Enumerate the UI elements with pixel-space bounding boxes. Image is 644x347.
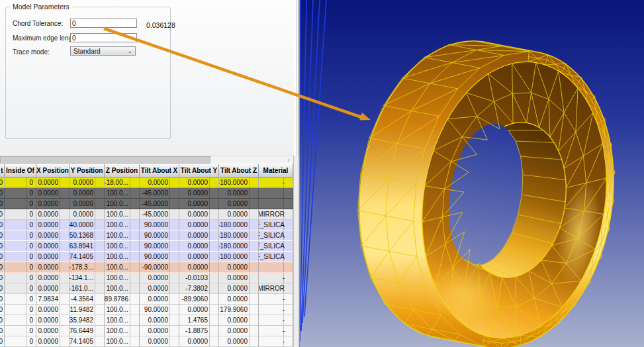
table-cell[interactable]: -11.9482	[69, 305, 105, 315]
table-cell[interactable]: 0.0000	[69, 199, 105, 209]
table-cell[interactable]: 0.0000	[219, 315, 259, 326]
table-cell[interactable]: -178.3...	[69, 262, 105, 273]
scroll-right-arrow-icon[interactable]: ›	[285, 156, 293, 164]
max-edge-length-input[interactable]	[70, 33, 137, 42]
table-cell[interactable]: 0.0000	[36, 326, 69, 336]
table-cell[interactable]: 100.0...	[105, 230, 140, 241]
table-cell[interactable]: 0.0000	[140, 326, 179, 336]
table-cell[interactable]: 0.0000	[140, 315, 179, 326]
table-cell[interactable]: 179.9060	[219, 305, 259, 315]
table-cell[interactable]: 0.0000	[179, 230, 219, 241]
table-cell[interactable]: 0	[5, 230, 36, 241]
table-cell[interactable]: -180.0000	[219, 241, 259, 252]
table-cell[interactable]: 0.0000	[36, 177, 69, 188]
table-cell[interactable]: 90.0000	[140, 305, 179, 315]
table-cell[interactable]: -50.1368	[69, 230, 105, 241]
table-cell[interactable]: -45.0000	[140, 199, 179, 209]
table-cell[interactable]: -	[259, 315, 293, 326]
table-cell[interactable]: -	[259, 336, 293, 347]
table-cell[interactable]: 0	[0, 241, 5, 252]
table-cell[interactable]: 0.0000	[69, 188, 105, 199]
table-cell[interactable]: 0	[0, 220, 5, 230]
table-row[interactable]: 000.00000.0000100.0...-45.00000.00000.00…	[0, 209, 293, 220]
table-cell[interactable]: 0	[5, 305, 36, 315]
table-cell[interactable]: -	[259, 294, 293, 305]
table-cell[interactable]: 0.0000	[219, 199, 259, 209]
table-cell[interactable]: 0	[5, 199, 36, 209]
table-cell[interactable]: 0.0000	[179, 336, 219, 347]
table-cell[interactable]: -0.0103	[179, 273, 219, 283]
column-header[interactable]: Tilt About X	[140, 164, 179, 177]
table-cell[interactable]: 0.0000	[36, 230, 69, 241]
table-cell[interactable]: 0.0000	[36, 209, 69, 220]
table-cell[interactable]: 100.0...	[105, 283, 140, 294]
table-cell[interactable]: -90.0000	[140, 262, 179, 273]
table-cell[interactable]: 0	[0, 273, 5, 283]
table-cell[interactable]: -35.9482	[69, 315, 105, 326]
table-cell[interactable]: -	[259, 326, 293, 336]
table-cell[interactable]: 0	[0, 188, 5, 199]
table-cell[interactable]: 0.0000	[179, 305, 219, 315]
table-cell[interactable]: 0	[5, 209, 36, 220]
table-cell[interactable]: -	[259, 273, 293, 283]
table-cell[interactable]: 0	[5, 177, 36, 188]
table-row[interactable]: 000.0000-178.3...100.0...-90.00000.00000…	[0, 262, 293, 273]
table-cell[interactable]: 0	[0, 262, 5, 273]
table-row[interactable]: 000.0000-11.9482100.0...90.00000.0000179…	[0, 305, 293, 315]
table-row[interactable]: 000.0000-134.1...100.0...0.0000-0.01030.…	[0, 273, 293, 283]
table-cell[interactable]: 0.0000	[36, 315, 69, 326]
3d-viewport[interactable]	[300, 0, 644, 347]
table-cell[interactable]: 1.4765	[179, 315, 219, 326]
table-cell[interactable]: 0	[5, 326, 36, 336]
chord-tolerance-input[interactable]	[70, 19, 137, 28]
table-cell[interactable]: 0.0000	[219, 294, 259, 305]
table-cell[interactable]: 89.8786	[105, 294, 140, 305]
table-cell[interactable]: -180.0000	[219, 177, 259, 188]
table-cell[interactable]: 0.0000	[36, 220, 69, 230]
table-cell[interactable]	[259, 188, 293, 199]
table-row[interactable]: 000.0000-74.1405100.0...90.00000.0000-18…	[0, 252, 293, 262]
table-cell[interactable]: 0	[5, 273, 36, 283]
table-cell[interactable]: -63.8941	[69, 241, 105, 252]
table-cell[interactable]: -45.0000	[140, 209, 179, 220]
table-cell[interactable]: 0	[5, 294, 36, 305]
table-cell[interactable]: 0.0000	[179, 241, 219, 252]
table-cell[interactable]: -18.00...	[105, 177, 140, 188]
table-cell[interactable]: 90.0000	[140, 252, 179, 262]
table-cell[interactable]: 100.0...	[105, 220, 140, 230]
table-cell[interactable]: 0	[0, 315, 5, 326]
table-row[interactable]: 000.00000.0000100.0...-45.00000.00000.00…	[0, 199, 293, 209]
table-cell[interactable]: -76.6449	[69, 326, 105, 336]
table-cell[interactable]: -7.3802	[179, 283, 219, 294]
column-header[interactable]: Y Position	[69, 164, 105, 177]
table-cell[interactable]: 0.0000	[140, 336, 179, 347]
table-cell[interactable]: 0.0000	[179, 177, 219, 188]
table-cell[interactable]: 0.0000	[36, 241, 69, 252]
table-cell[interactable]: 0	[0, 230, 5, 241]
table-cell[interactable]: 90.0000	[140, 230, 179, 241]
table-cell[interactable]: 100.0...	[105, 305, 140, 315]
table-cell[interactable]: -180.0000	[219, 230, 259, 241]
column-header[interactable]: Material	[259, 164, 293, 177]
table-cell[interactable]: 0.0000	[179, 252, 219, 262]
table-cell[interactable]: 100.0...	[105, 209, 140, 220]
table-cell[interactable]: -180.0000	[219, 220, 259, 230]
table-cell[interactable]: 0.0000	[219, 273, 259, 283]
table-row[interactable]: 000.0000-161.0...100.0...0.0000-7.38020.…	[0, 283, 293, 294]
table-cell[interactable]: 0.0000	[36, 336, 69, 347]
table-cell[interactable]: MIRROR	[259, 283, 293, 294]
table-cell[interactable]: 0.0000	[140, 177, 179, 188]
table-row[interactable]: 000.0000-76.6449100.0...0.0000-1.88750.0…	[0, 326, 293, 336]
table-cell[interactable]: F_SILICA	[259, 220, 293, 230]
table-cell[interactable]: 0	[0, 199, 5, 209]
table-cell[interactable]: -45.0000	[140, 188, 179, 199]
table-cell[interactable]: 0	[5, 262, 36, 273]
table-cell[interactable]: 100.0...	[105, 315, 140, 326]
vertical-scrollbar[interactable]	[293, 156, 299, 347]
table-cell[interactable]: 0.0000	[36, 273, 69, 283]
table-cell[interactable]: 0	[0, 177, 5, 188]
table-cell[interactable]: -	[259, 305, 293, 315]
table-cell[interactable]: F_SILICA	[259, 241, 293, 252]
table-cell[interactable]	[259, 199, 293, 209]
table-cell[interactable]: 0.0000	[219, 326, 259, 336]
